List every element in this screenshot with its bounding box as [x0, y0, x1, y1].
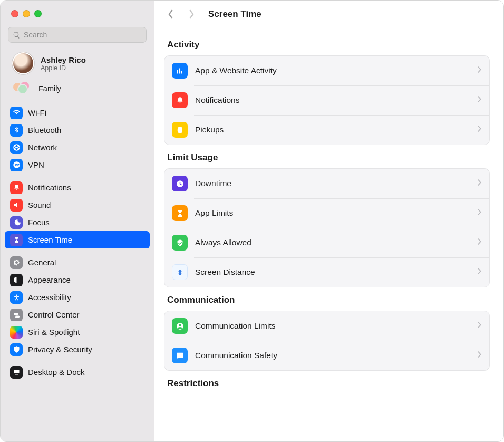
sidebar-item-appearance[interactable]: Appearance	[5, 271, 150, 289]
section-title-restrictions: Restrictions	[164, 371, 490, 394]
family-row[interactable]: Family	[1, 76, 154, 102]
sidebar-item-screentime[interactable]: Screen Time	[5, 231, 150, 248]
row-label: Downtime	[195, 179, 470, 188]
row-communication-safety[interactable]: Communication Safety	[164, 341, 489, 370]
sidebar-item-notifications[interactable]: Notifications	[5, 179, 150, 196]
sidebar-item-general[interactable]: General	[5, 254, 150, 271]
sidebar-label: Appearance	[28, 275, 71, 284]
forward-button[interactable]	[185, 9, 198, 19]
sidebar-item-focus[interactable]: Focus	[5, 214, 150, 231]
sidebar-item-privacy[interactable]: Privacy & Security	[5, 341, 150, 358]
person-circle-icon	[172, 318, 188, 334]
accessibility-icon	[10, 291, 23, 304]
minimize-window[interactable]	[23, 10, 30, 17]
sidebar-item-bluetooth[interactable]: Bluetooth	[5, 121, 150, 139]
back-button[interactable]	[164, 9, 177, 19]
section-title-activity: Activity	[164, 32, 490, 55]
chevron-right-icon	[477, 238, 482, 247]
chevron-right-icon	[477, 179, 482, 188]
content: Activity App & Website Activity Notifica…	[154, 28, 503, 441]
row-notifications[interactable]: Notifications	[164, 85, 489, 115]
account-subtitle: Apple ID	[41, 64, 86, 72]
sidebar-label: Screen Time	[28, 235, 72, 244]
system-settings-window: Search Ashley Rico Apple ID Family Wi-Fi	[0, 0, 504, 442]
account-name: Ashley Rico	[41, 55, 86, 64]
sidebar-label: VPN	[28, 160, 44, 169]
toolbar: Screen Time	[154, 1, 503, 28]
sidebar: Search Ashley Rico Apple ID Family Wi-Fi	[1, 1, 154, 441]
checkmark-shield-icon	[172, 235, 188, 251]
maximize-window[interactable]	[34, 10, 42, 17]
row-label: Screen Distance	[195, 267, 470, 277]
chat-bubble-icon	[172, 348, 188, 363]
sidebar-label: Siri & Spotlight	[28, 328, 80, 337]
row-pickups[interactable]: Pickups	[164, 115, 489, 145]
sidebar-label: Desktop & Dock	[28, 368, 85, 377]
clock-icon	[172, 176, 188, 191]
chevron-right-icon	[477, 267, 482, 277]
row-label: App Limits	[195, 208, 470, 218]
sidebar-label: Focus	[28, 218, 50, 227]
pickups-icon	[172, 122, 188, 138]
section-title-limitusage: Limit Usage	[164, 145, 490, 168]
page-title: Screen Time	[208, 9, 261, 20]
sidebar-label: Bluetooth	[28, 126, 61, 134]
row-label: Notifications	[195, 95, 470, 105]
sidebar-item-vpn[interactable]: VPN	[5, 156, 150, 174]
privacy-icon	[10, 343, 23, 356]
sidebar-nav: Wi-Fi Bluetooth Network VPN	[1, 102, 154, 386]
hourglass-icon	[10, 234, 23, 246]
search-icon	[13, 31, 21, 39]
row-communication-limits[interactable]: Communication Limits	[164, 311, 489, 341]
sidebar-label: Notifications	[28, 183, 71, 192]
close-window[interactable]	[11, 10, 18, 17]
sidebar-label: Control Center	[28, 310, 80, 319]
sidebar-item-controlcenter[interactable]: Control Center	[5, 306, 150, 323]
family-label: Family	[38, 84, 61, 93]
wifi-icon	[10, 107, 23, 119]
hourglass-icon	[172, 205, 188, 221]
row-app-limits[interactable]: App Limits	[164, 198, 489, 228]
screen-distance-icon	[172, 264, 188, 280]
bell-icon	[172, 92, 188, 108]
row-downtime[interactable]: Downtime	[164, 169, 489, 198]
section-communication: Communication Limits Communication Safet…	[164, 311, 490, 371]
sidebar-item-accessibility[interactable]: Accessibility	[5, 289, 150, 306]
section-title-communication: Communication	[164, 287, 490, 311]
row-label: Communication Limits	[195, 321, 470, 331]
row-label: App & Website Activity	[195, 66, 470, 75]
sidebar-label: Wi-Fi	[28, 108, 46, 117]
sidebar-item-desktop-dock[interactable]: Desktop & Dock	[5, 363, 150, 381]
row-label: Pickups	[195, 125, 470, 134]
gear-icon	[10, 256, 23, 269]
search-placeholder: Search	[24, 31, 47, 39]
appearance-icon	[10, 274, 23, 286]
focus-icon	[10, 216, 23, 229]
control-center-icon	[10, 309, 23, 321]
sidebar-item-sound[interactable]: Sound	[5, 196, 150, 214]
chevron-right-icon	[477, 208, 482, 218]
chevron-right-icon	[477, 95, 482, 105]
network-icon	[10, 141, 23, 154]
bluetooth-icon	[10, 124, 23, 137]
search-input[interactable]: Search	[8, 27, 147, 43]
row-app-website-activity[interactable]: App & Website Activity	[164, 56, 489, 85]
section-limit-usage: Downtime App Limits Always Allowed Scree…	[164, 168, 490, 287]
bell-icon	[10, 181, 23, 194]
sidebar-item-network[interactable]: Network	[5, 139, 150, 156]
chevron-right-icon	[477, 125, 482, 134]
sidebar-label: Sound	[28, 200, 51, 209]
row-always-allowed[interactable]: Always Allowed	[164, 228, 489, 257]
sound-icon	[10, 199, 23, 212]
family-icon	[12, 81, 32, 97]
sidebar-label: Privacy & Security	[28, 345, 92, 354]
sidebar-label: Accessibility	[28, 293, 71, 302]
apple-id-account[interactable]: Ashley Rico Apple ID	[1, 47, 154, 76]
sidebar-label: General	[28, 258, 56, 267]
sidebar-item-wifi[interactable]: Wi-Fi	[5, 104, 150, 121]
main-pane: Screen Time Activity App & Website Activ…	[154, 1, 503, 441]
row-screen-distance[interactable]: Screen Distance	[164, 257, 489, 287]
chevron-right-icon	[477, 321, 482, 331]
row-label: Always Allowed	[195, 238, 470, 247]
sidebar-item-siri[interactable]: Siri & Spotlight	[5, 323, 150, 341]
